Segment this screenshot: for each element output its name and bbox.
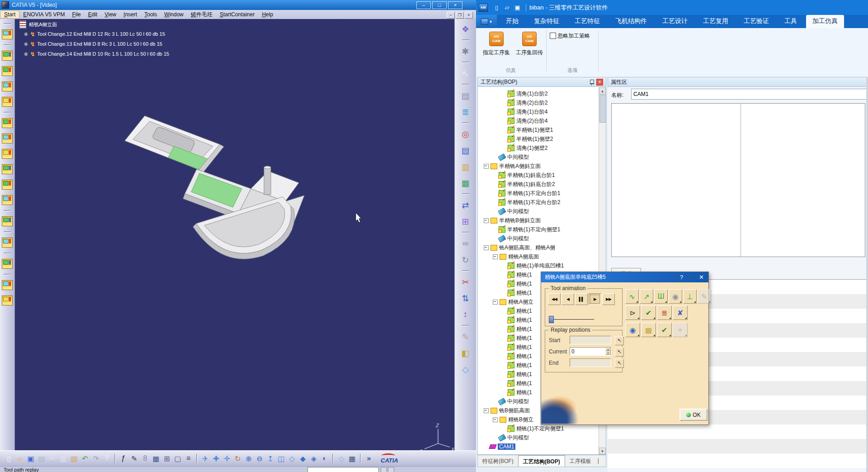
normal-view-icon[interactable]: ↥ [265,453,276,464]
machining-op-01-icon[interactable] [2,29,13,39]
collapse-icon[interactable] [493,417,498,422]
spec-tree-tool-change-2[interactable]: ⊕↯Tool Change.14 End Mill D 10 Rc 1.5 L … [19,49,169,59]
collapse-icon[interactable] [484,218,489,223]
tree-row-1[interactable]: 清角(2)台阶2 [478,98,606,107]
tree-row-38[interactable]: 中间模型 [478,433,606,442]
ok-button[interactable]: OK [679,409,708,421]
ribbon-button-1[interactable]: UGCAM工序集回传 [514,32,545,57]
toolbar-handle[interactable] [462,193,469,195]
multi-view-icon[interactable]: ◫ [276,453,287,464]
simulation-machine-icon[interactable]: ❖ [459,22,472,36]
machining-op-16-icon[interactable] [2,296,13,305]
datum-plane-icon[interactable]: ◇ [459,362,472,376]
plane-icon[interactable]: ◇ [336,453,347,464]
toolpath-rake-icon[interactable]: Ш [654,289,668,304]
material-removal-icon[interactable]: ◉ [669,289,682,304]
validate-icon[interactable]: ✔ [657,323,672,337]
graph-tree-icon[interactable]: ⊞ [459,215,472,228]
layers-stack-gold-icon[interactable]: ▥ [459,160,472,173]
menu-item-5[interactable]: Insert [120,11,141,18]
ribbon-tab-0[interactable]: 开始 [500,15,525,28]
tree-row-6[interactable]: 清角(1)侧壁2 [478,143,606,153]
spin-up-icon[interactable]: ▲ [605,348,611,351]
design-table-icon[interactable]: ▦ [151,453,161,464]
mdi-minimize-icon[interactable]: – [447,12,455,19]
tree-row-15[interactable]: 半精铣(1)不定向侧壁1 [478,225,606,234]
tree-row-0[interactable]: 清角(1)台阶2 [478,89,606,98]
dialog-close-icon[interactable]: ✕ [699,274,704,281]
exchange-icon[interactable]: ⇅ [459,291,472,305]
machining-op-05-icon[interactable] [2,97,13,107]
status-command-input[interactable] [307,467,379,472]
play-button[interactable]: ▶ [589,293,601,305]
open-folder-icon[interactable]: ▱ [14,453,25,464]
machining-op-02-icon[interactable] [2,51,13,61]
ribbon-tab-8[interactable]: 加工仿真 [806,15,844,28]
menu-item-2[interactable]: File [68,11,84,18]
tree-row-4[interactable]: 半精铣(1)侧壁1 [478,125,606,134]
animation-slider[interactable] [549,316,594,322]
bop-tab-2[interactable]: 工序模板 [565,455,596,467]
layers-stack-blue-icon[interactable]: ▤ [459,143,472,157]
plotter-icon[interactable]: ▤ [459,89,472,102]
ignore-strategy-checkbox[interactable] [550,33,556,39]
formula-icon[interactable]: ƒ [118,453,129,464]
menu-item-6[interactable]: Tools [141,11,160,18]
machining-op-03-icon[interactable] [2,66,13,76]
tree-row-39[interactable]: CAM1 [478,442,606,451]
zoom-out-icon[interactable]: ⊖ [254,453,265,464]
tree-row-5[interactable]: 半精铣(1)侧壁2 [478,134,606,143]
tree-row-14[interactable]: 半精铣B侧斜立面 [478,216,606,225]
mdi-close-icon[interactable]: × [465,12,473,19]
measure-icon[interactable]: ↕ [459,308,472,321]
tree-row-3[interactable]: 清角(2)台阶4 [478,116,606,125]
more-toolbars-chevron[interactable]: » [363,453,374,464]
current-pick-icon[interactable]: ↖ [615,348,624,357]
menu-item-3[interactable]: Edit [85,11,101,18]
tree-row-12[interactable]: 半精铣(1)不定向台阶2 [478,198,606,207]
spec-tree-tool-change-0[interactable]: ⊕↯Tool Change.12 End Mill D 12 Rc 3 L 10… [19,29,169,39]
ribbon-tab-1[interactable]: 复杂特征 [528,15,566,28]
document-view-icon[interactable]: ≣ [459,105,472,119]
toolbar-handle[interactable] [4,231,11,233]
apply-material-icon[interactable]: ◧ [459,346,472,360]
collapse-icon[interactable] [493,300,498,305]
toolbar-handle[interactable] [462,270,469,272]
tree-row-17[interactable]: 铣A侧筋高面、精铣A侧 [478,243,606,252]
name-field[interactable] [631,89,868,100]
fast-forward-button[interactable]: ▶▶ [602,293,615,305]
ribbon-tab-3[interactable]: 飞机结构件 [609,15,653,28]
tree-row-8[interactable]: 半精铣A侧斜立面 [478,162,606,171]
toolbar-handle[interactable] [4,23,11,24]
collapse-icon[interactable] [484,164,489,169]
collapse-icon[interactable] [484,408,489,413]
collapse-icon[interactable] [484,245,489,250]
current-field[interactable]: 0▲▼ [570,347,611,356]
ribbon-tab-5[interactable]: 工艺复用 [697,15,735,28]
select-arrow-icon[interactable]: ↖ [459,67,472,80]
save-icon[interactable]: ▣ [514,4,521,11]
3d-viewport[interactable]: Z x y 精铣A侧立面 ⊕↯Tool Change.12 End Mill D… [15,19,454,450]
toolbar-handle[interactable] [462,232,469,233]
machining-op-13-icon[interactable] [2,238,13,248]
machining-op-09-icon[interactable] [2,164,13,174]
cut-icon[interactable]: ✂ [47,453,58,464]
annotation-icon[interactable]: ✎ [459,330,472,343]
mdi-restore-icon[interactable]: ❐ [456,12,464,19]
tree-row-37[interactable]: 精铣(1)不定向侧壁1 [478,424,606,433]
toolpath-line-icon[interactable]: ↗ [640,289,653,304]
ribbon-tab-7[interactable]: 工具 [778,15,803,28]
machining-op-11-icon[interactable] [2,195,13,205]
new-document-icon[interactable]: ▯ [4,453,14,464]
spinner-control[interactable]: ▲▼ [605,348,611,355]
start-field[interactable] [570,336,611,344]
swap-boxes-icon[interactable]: ⇄ [459,198,472,212]
end-field[interactable] [570,358,611,367]
video-record-icon[interactable]: ⊳ [625,305,640,320]
slider-thumb[interactable] [549,316,554,323]
tree-row-9[interactable]: 半精铣(1)斜底台阶1 [478,171,606,180]
tree-row-18[interactable]: 精铣A侧底面 [478,252,606,261]
toolbar-handle[interactable] [462,84,469,85]
menu-item-8[interactable]: 铸件毛坯 [187,10,216,19]
collision-check-icon[interactable]: ✘ [673,305,688,320]
